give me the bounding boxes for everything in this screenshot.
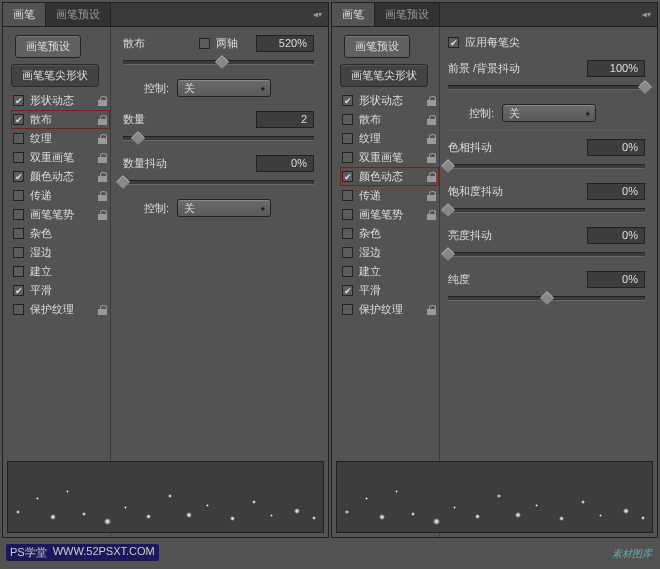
lock-icon	[98, 210, 107, 220]
option-row[interactable]: 画笔笔势	[340, 205, 439, 224]
brush-preset-button[interactable]: 画笔预设	[344, 35, 410, 58]
panel-menu[interactable]	[636, 3, 657, 26]
apply-per-tip-checkbox[interactable]	[448, 37, 459, 48]
lock-toggle[interactable]	[94, 172, 110, 182]
lock-toggle[interactable]	[94, 134, 110, 144]
brush-preview	[336, 461, 653, 533]
lock-toggle[interactable]	[423, 96, 439, 106]
option-row[interactable]: 杂色	[11, 224, 110, 243]
option-row[interactable]: 保护纹理	[340, 300, 439, 319]
hue-jitter-value[interactable]: 0%	[587, 139, 645, 156]
option-checkbox[interactable]	[342, 190, 353, 201]
lock-toggle[interactable]	[423, 191, 439, 201]
hue-jitter-slider[interactable]	[448, 159, 645, 173]
option-checkbox[interactable]	[342, 171, 353, 182]
purity-value[interactable]: 0%	[587, 271, 645, 288]
option-checkbox[interactable]	[13, 171, 24, 182]
count-value[interactable]: 2	[256, 111, 314, 128]
tab-preset[interactable]: 画笔预设	[375, 3, 440, 26]
tab-brush[interactable]: 画笔	[332, 3, 375, 26]
option-row[interactable]: 画笔笔势	[11, 205, 110, 224]
option-checkbox[interactable]	[342, 133, 353, 144]
both-axes-label: 两轴	[216, 36, 238, 51]
fgbg-jitter-slider[interactable]	[448, 80, 645, 94]
option-checkbox[interactable]	[13, 190, 24, 201]
option-row[interactable]: 散布	[340, 110, 439, 129]
option-checkbox[interactable]	[13, 228, 24, 239]
lock-toggle[interactable]	[423, 134, 439, 144]
purity-slider[interactable]	[448, 291, 645, 305]
option-row[interactable]: 双重画笔	[340, 148, 439, 167]
option-checkbox[interactable]	[342, 285, 353, 296]
option-checkbox[interactable]	[342, 152, 353, 163]
option-row[interactable]: 湿边	[11, 243, 110, 262]
option-checkbox[interactable]	[342, 266, 353, 277]
count-jitter-value[interactable]: 0%	[256, 155, 314, 172]
option-row[interactable]: 传递	[11, 186, 110, 205]
fgbg-jitter-value[interactable]: 100%	[587, 60, 645, 77]
lock-toggle[interactable]	[94, 153, 110, 163]
option-row[interactable]: 保护纹理	[11, 300, 110, 319]
control-dropdown[interactable]: 关	[177, 79, 271, 97]
option-row[interactable]: 颜色动态	[340, 167, 439, 186]
scatter-value[interactable]: 520%	[256, 35, 314, 52]
option-row[interactable]: 传递	[340, 186, 439, 205]
option-row[interactable]: 纹理	[340, 129, 439, 148]
option-checkbox[interactable]	[13, 285, 24, 296]
lock-toggle[interactable]	[423, 305, 439, 315]
sat-jitter-value[interactable]: 0%	[587, 183, 645, 200]
option-row[interactable]: 湿边	[340, 243, 439, 262]
option-checkbox[interactable]	[342, 209, 353, 220]
bright-jitter-slider[interactable]	[448, 247, 645, 261]
option-checkbox[interactable]	[13, 209, 24, 220]
brush-tip-shape-button[interactable]: 画笔笔尖形状	[11, 64, 99, 87]
option-row[interactable]: 平滑	[11, 281, 110, 300]
count-jitter-slider[interactable]	[123, 175, 314, 189]
option-row[interactable]: 杂色	[340, 224, 439, 243]
tab-preset[interactable]: 画笔预设	[46, 3, 111, 26]
lock-toggle[interactable]	[423, 115, 439, 125]
option-checkbox[interactable]	[13, 114, 24, 125]
both-axes-checkbox[interactable]	[199, 38, 210, 49]
lock-toggle[interactable]	[423, 172, 439, 182]
tab-brush[interactable]: 画笔	[3, 3, 46, 26]
scatter-slider[interactable]	[123, 55, 314, 69]
lock-toggle[interactable]	[94, 305, 110, 315]
option-row[interactable]: 纹理	[11, 129, 110, 148]
count-slider[interactable]	[123, 131, 314, 145]
option-row[interactable]: 建立	[340, 262, 439, 281]
option-checkbox[interactable]	[342, 304, 353, 315]
lock-toggle[interactable]	[423, 153, 439, 163]
option-checkbox[interactable]	[342, 95, 353, 106]
option-row[interactable]: 颜色动态	[11, 167, 110, 186]
option-checkbox[interactable]	[13, 95, 24, 106]
panel-menu[interactable]	[307, 3, 328, 26]
option-checkbox[interactable]	[342, 114, 353, 125]
option-row[interactable]: 形状动态	[340, 91, 439, 110]
lock-toggle[interactable]	[94, 191, 110, 201]
option-checkbox[interactable]	[13, 304, 24, 315]
option-row[interactable]: 散布	[11, 110, 110, 129]
option-row[interactable]: 双重画笔	[11, 148, 110, 167]
control-dropdown[interactable]: 关	[502, 104, 596, 122]
brush-tip-shape-button[interactable]: 画笔笔尖形状	[340, 64, 428, 87]
lock-toggle[interactable]	[94, 210, 110, 220]
option-checkbox[interactable]	[342, 247, 353, 258]
option-row[interactable]: 形状动态	[11, 91, 110, 110]
bright-jitter-value[interactable]: 0%	[587, 227, 645, 244]
control-dropdown-2[interactable]: 关	[177, 199, 271, 217]
option-checkbox[interactable]	[342, 228, 353, 239]
option-checkbox[interactable]	[13, 133, 24, 144]
sat-jitter-slider[interactable]	[448, 203, 645, 217]
control-label-2: 控制:	[123, 201, 169, 216]
option-row[interactable]: 平滑	[340, 281, 439, 300]
option-row[interactable]: 建立	[11, 262, 110, 281]
option-checkbox[interactable]	[13, 152, 24, 163]
lock-toggle[interactable]	[423, 210, 439, 220]
lock-toggle[interactable]	[94, 115, 110, 125]
count-jitter-label: 数量抖动	[123, 156, 256, 171]
lock-toggle[interactable]	[94, 96, 110, 106]
option-checkbox[interactable]	[13, 266, 24, 277]
brush-preset-button[interactable]: 画笔预设	[15, 35, 81, 58]
option-checkbox[interactable]	[13, 247, 24, 258]
